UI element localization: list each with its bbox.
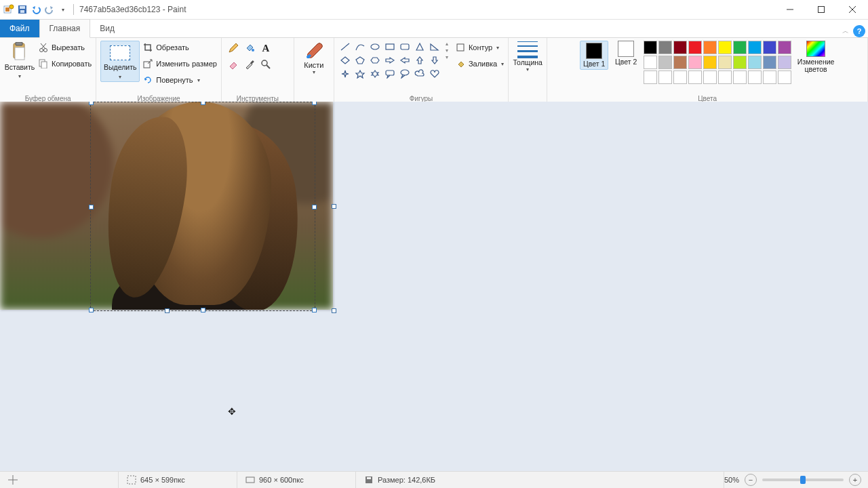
palette-swatch[interactable] bbox=[718, 56, 732, 69]
shape-callout-icon[interactable] bbox=[383, 68, 397, 80]
shape-arrowD-icon[interactable] bbox=[428, 54, 441, 66]
redo-icon[interactable] bbox=[43, 3, 56, 16]
palette-swatch[interactable] bbox=[763, 56, 776, 69]
zoom-in-button[interactable]: + bbox=[849, 474, 861, 486]
shape-triangle-icon[interactable] bbox=[428, 41, 441, 53]
shapes-up-icon[interactable]: ▴ bbox=[446, 41, 448, 47]
rotate-button[interactable]: Повернуть▾ bbox=[142, 73, 217, 87]
outline-button[interactable]: Контур▾ bbox=[455, 41, 504, 54]
shape-diamond-icon[interactable] bbox=[338, 54, 352, 66]
palette-swatch[interactable] bbox=[748, 56, 762, 69]
palette-swatch[interactable] bbox=[778, 70, 791, 84]
eyedropper-icon[interactable] bbox=[242, 57, 257, 72]
shape-hexagon-icon[interactable] bbox=[368, 54, 382, 66]
shape-arrowR-icon[interactable] bbox=[383, 54, 397, 66]
shape-curve-icon[interactable] bbox=[353, 41, 367, 53]
color-palette[interactable] bbox=[644, 41, 791, 84]
selection-handle-s[interactable] bbox=[201, 308, 205, 312]
canvas[interactable] bbox=[0, 102, 333, 310]
shape-polygon-icon[interactable] bbox=[413, 41, 427, 53]
eraser-icon[interactable] bbox=[226, 57, 241, 72]
palette-swatch[interactable] bbox=[644, 56, 657, 69]
shape-star4-icon[interactable] bbox=[338, 68, 352, 80]
palette-swatch[interactable] bbox=[748, 41, 762, 54]
shapes-down-icon[interactable]: ▾ bbox=[446, 47, 448, 54]
brushes-button[interactable]: Кисти ▾ bbox=[298, 41, 330, 75]
palette-swatch[interactable] bbox=[688, 41, 702, 54]
minimize-button[interactable] bbox=[774, 0, 806, 19]
selection-marquee[interactable] bbox=[90, 102, 315, 311]
palette-swatch[interactable] bbox=[688, 56, 702, 69]
palette-swatch[interactable] bbox=[763, 41, 776, 54]
selection-handle-w[interactable] bbox=[89, 205, 94, 209]
shape-callout2-icon[interactable] bbox=[398, 68, 412, 80]
help-icon[interactable]: ? bbox=[853, 25, 865, 37]
palette-swatch[interactable] bbox=[733, 41, 747, 54]
save-icon[interactable] bbox=[16, 3, 28, 16]
crop-button[interactable]: Обрезать bbox=[142, 41, 217, 54]
palette-swatch[interactable] bbox=[778, 41, 791, 54]
shapes-gallery[interactable] bbox=[338, 41, 441, 80]
palette-swatch[interactable] bbox=[733, 70, 747, 84]
shape-roundrect-icon[interactable] bbox=[398, 41, 412, 53]
palette-swatch[interactable] bbox=[718, 70, 732, 84]
undo-icon[interactable] bbox=[30, 3, 42, 16]
shape-heart-icon[interactable] bbox=[428, 68, 441, 80]
palette-swatch[interactable] bbox=[703, 70, 717, 84]
palette-swatch[interactable] bbox=[748, 70, 762, 84]
shapes-more-icon[interactable]: ▾ bbox=[446, 54, 448, 60]
color1-button[interactable]: Цвет 1 bbox=[580, 41, 608, 70]
zoom-slider-knob[interactable] bbox=[800, 476, 806, 484]
selection-handle-se[interactable] bbox=[312, 308, 317, 312]
maximize-button[interactable] bbox=[806, 0, 837, 19]
shape-pentagon-icon[interactable] bbox=[353, 54, 367, 66]
selection-handle-ne[interactable] bbox=[312, 102, 317, 105]
palette-swatch[interactable] bbox=[703, 56, 717, 69]
palette-swatch[interactable] bbox=[673, 41, 687, 54]
text-icon[interactable]: A bbox=[258, 41, 273, 56]
shape-line-icon[interactable] bbox=[338, 41, 352, 53]
palette-swatch[interactable] bbox=[673, 70, 687, 84]
tab-home[interactable]: Главная bbox=[39, 19, 91, 38]
palette-swatch[interactable] bbox=[644, 41, 657, 54]
shape-arrowU-icon[interactable] bbox=[413, 54, 427, 66]
canvas-workarea[interactable]: ✥ bbox=[0, 102, 868, 472]
canvas-handle-e[interactable] bbox=[332, 204, 336, 209]
selection-handle-sw[interactable] bbox=[89, 308, 94, 312]
paste-button[interactable]: Вставить ▾ bbox=[4, 41, 35, 80]
palette-swatch[interactable] bbox=[658, 56, 672, 69]
shape-star6-icon[interactable] bbox=[368, 68, 382, 80]
edit-colors-button[interactable]: Изменение цветов bbox=[797, 41, 835, 73]
ribbon-collapse-icon[interactable]: ︿ bbox=[842, 26, 849, 36]
qat-dropdown-icon[interactable]: ▾ bbox=[57, 3, 69, 16]
fill-button[interactable]: Заливка▾ bbox=[455, 57, 504, 70]
cut-button[interactable]: Вырезать bbox=[38, 41, 92, 54]
palette-swatch[interactable] bbox=[733, 56, 747, 69]
palette-swatch[interactable] bbox=[644, 70, 657, 84]
shape-oval-icon[interactable] bbox=[368, 41, 382, 53]
palette-swatch[interactable] bbox=[658, 41, 672, 54]
close-button[interactable] bbox=[837, 0, 868, 19]
resize-button[interactable]: Изменить размер bbox=[142, 57, 217, 70]
palette-swatch[interactable] bbox=[778, 56, 791, 69]
palette-swatch[interactable] bbox=[763, 70, 776, 84]
bucket-icon[interactable] bbox=[242, 41, 257, 56]
magnifier-icon[interactable] bbox=[258, 57, 273, 72]
tab-view[interactable]: Вид bbox=[90, 20, 124, 37]
palette-swatch[interactable] bbox=[658, 70, 672, 84]
canvas-handle-se[interactable] bbox=[332, 308, 336, 313]
pencil-icon[interactable] bbox=[226, 41, 241, 56]
palette-swatch[interactable] bbox=[673, 56, 687, 69]
selection-handle-e[interactable] bbox=[312, 205, 317, 209]
thickness-button[interactable]: Толщина ▾ bbox=[513, 41, 542, 73]
shape-rect-icon[interactable] bbox=[383, 41, 397, 53]
color2-button[interactable]: Цвет 2 bbox=[614, 41, 638, 66]
selection-handle-nw[interactable] bbox=[89, 102, 94, 105]
selection-handle-n[interactable] bbox=[201, 102, 205, 105]
palette-swatch[interactable] bbox=[718, 41, 732, 54]
zoom-out-button[interactable]: − bbox=[745, 474, 757, 486]
shape-star5-icon[interactable] bbox=[353, 68, 367, 80]
zoom-slider[interactable] bbox=[762, 479, 844, 481]
shape-cloud-icon[interactable] bbox=[413, 68, 427, 80]
tab-file[interactable]: Файл bbox=[0, 20, 39, 37]
